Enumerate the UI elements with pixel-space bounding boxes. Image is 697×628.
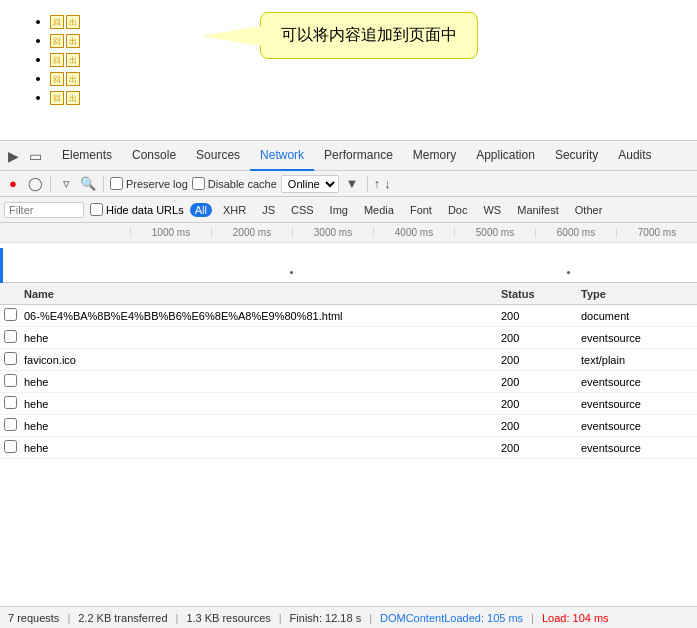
filter-media-button[interactable]: Media [359,203,399,217]
disable-cache-checkbox[interactable] [192,177,205,190]
clear-button[interactable]: ◯ [26,175,44,193]
table-row[interactable]: hehe 200 eventsource [0,415,697,437]
timeline-graph [0,243,697,282]
list-item: 回出 [50,90,677,105]
tab-performance[interactable]: Performance [314,141,403,171]
row-checkbox[interactable] [4,352,17,365]
tick-1000: 1000 ms [130,227,211,238]
filter-bar: Hide data URLs All XHR JS CSS Img Media … [0,197,697,223]
hide-data-urls-checkbox[interactable] [90,203,103,216]
search-icon[interactable]: 🔍 [79,175,97,193]
network-toolbar: ● ◯ ▿ 🔍 Preserve log Disable cache Onlin… [0,171,697,197]
row-name: 06-%E4%BA%8B%E4%BB%B6%E6%8E%A8%E9%80%81.… [20,310,497,322]
separator2 [103,176,104,192]
filter-img-button[interactable]: Img [325,203,353,217]
devtools-tab-bar: ▶ ▭ Elements Console Sources Network Per… [0,141,697,171]
import-button[interactable]: ↑ [374,176,381,191]
item-icon: 回出 [50,53,80,67]
table-row[interactable]: hehe 200 eventsource [0,393,697,415]
status-bar: 7 requests | 2.2 KB transferred | 1.3 KB… [0,606,697,628]
throttle-arrow[interactable]: ▼ [343,175,361,193]
filter-ws-button[interactable]: WS [478,203,506,217]
tab-security[interactable]: Security [545,141,608,171]
table-row[interactable]: favicon.ico 200 text/plain [0,349,697,371]
table-row[interactable]: hehe 200 eventsource [0,327,697,349]
row-type: eventsource [577,398,697,410]
tab-sources[interactable]: Sources [186,141,250,171]
row-name: hehe [20,420,497,432]
device-icon[interactable]: ▭ [26,147,44,165]
row-name: hehe [20,442,497,454]
tab-icons: ▶ ▭ [4,147,52,165]
tick-2000: 2000 ms [211,227,292,238]
filter-css-button[interactable]: CSS [286,203,319,217]
tab-console[interactable]: Console [122,141,186,171]
tab-elements[interactable]: Elements [52,141,122,171]
table-row[interactable]: hehe 200 eventsource [0,437,697,459]
filter-icon[interactable]: ▿ [57,175,75,193]
row-name: hehe [20,376,497,388]
network-table[interactable]: Name Status Type 06-%E4%BA%8B%E4%BB%B6%E… [0,283,697,606]
item-icon: 回出 [50,72,80,86]
row-name: favicon.ico [20,354,497,366]
col-name-header: Name [20,288,497,300]
separator [50,176,51,192]
filter-doc-button[interactable]: Doc [443,203,473,217]
table-row[interactable]: 06-%E4%BA%8B%E4%BB%B6%E6%8E%A8%E9%80%81.… [0,305,697,327]
list-item: 回出 [50,71,677,86]
requests-count: 7 requests [8,612,59,624]
row-status: 200 [497,442,577,454]
record-button[interactable]: ● [4,175,22,193]
preserve-log-label[interactable]: Preserve log [110,177,188,190]
filter-input[interactable] [4,202,84,218]
table-row[interactable]: hehe 200 eventsource [0,371,697,393]
page-content: 回出 回出 回出 回出 回出 可以将内容追加到页面中 [0,0,697,140]
cursor-icon[interactable]: ▶ [4,147,22,165]
row-status: 200 [497,398,577,410]
row-checkbox[interactable] [4,396,17,409]
hide-data-urls-label[interactable]: Hide data URLs [90,203,184,216]
row-type: eventsource [577,420,697,432]
export-button[interactable]: ↓ [384,176,391,191]
tick-7000: 7000 ms [616,227,697,238]
throttle-select[interactable]: Online [281,175,339,193]
row-status: 200 [497,420,577,432]
filter-js-button[interactable]: JS [257,203,280,217]
timeline-ruler: 1000 ms 2000 ms 3000 ms 4000 ms 5000 ms … [0,223,697,243]
row-status: 200 [497,354,577,366]
preserve-log-checkbox[interactable] [110,177,123,190]
tooltip-bubble: 可以将内容追加到页面中 [260,12,478,59]
row-checkbox[interactable] [4,418,17,431]
col-type-header: Type [577,288,697,300]
tab-memory[interactable]: Memory [403,141,466,171]
tab-application[interactable]: Application [466,141,545,171]
filter-all-button[interactable]: All [190,203,212,217]
row-checkbox[interactable] [4,440,17,453]
row-status: 200 [497,332,577,344]
row-type: eventsource [577,376,697,388]
devtools-panel: ▶ ▭ Elements Console Sources Network Per… [0,140,697,628]
filter-manifest-button[interactable]: Manifest [512,203,564,217]
separator3 [367,176,368,192]
row-type: document [577,310,697,322]
transferred-size: 2.2 KB transferred [78,612,167,624]
tab-audits[interactable]: Audits [608,141,661,171]
filter-xhr-button[interactable]: XHR [218,203,251,217]
row-name: hehe [20,398,497,410]
timeline-dot1 [290,271,293,274]
filter-font-button[interactable]: Font [405,203,437,217]
tick-4000: 4000 ms [373,227,454,238]
timeline-bar [0,248,3,288]
filter-other-button[interactable]: Other [570,203,608,217]
row-checkbox[interactable] [4,308,17,321]
timeline-dot2 [567,271,570,274]
tick-3000: 3000 ms [292,227,373,238]
disable-cache-label[interactable]: Disable cache [192,177,277,190]
row-status: 200 [497,376,577,388]
item-icon: 回出 [50,34,80,48]
tick-6000: 6000 ms [535,227,616,238]
row-checkbox[interactable] [4,330,17,343]
row-checkbox[interactable] [4,374,17,387]
tab-network[interactable]: Network [250,141,314,171]
row-name: hehe [20,332,497,344]
